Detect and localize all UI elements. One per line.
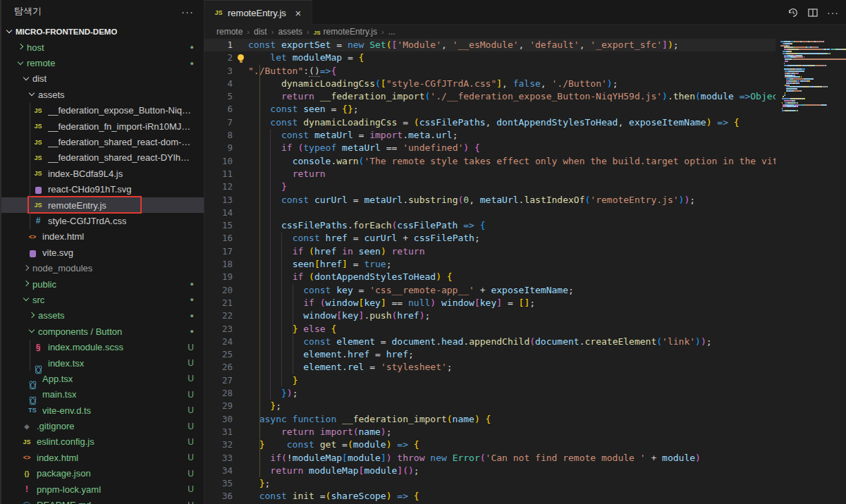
line-number: 7 [204, 116, 241, 129]
code-line-29[interactable]: }; [204, 400, 846, 412]
tree-item-dist[interactable]: dist [1, 71, 204, 87]
code-line-8[interactable]: const metaUrl = import.meta.url; [204, 129, 846, 142]
close-icon[interactable]: × [292, 7, 305, 19]
modified-dot-badge: ● [186, 328, 194, 335]
code-line-3[interactable]: "./Button":()=>{ [204, 65, 846, 78]
code-line-24[interactable]: const element = document.head.appendChil… [204, 336, 846, 348]
tree-item-remote[interactable]: remote● [1, 55, 204, 70]
code-line-23[interactable]: } else { [204, 323, 846, 336]
css-file-icon: # [32, 215, 44, 226]
tree-item-src[interactable]: src● [1, 292, 204, 307]
tab-remoteentry[interactable]: JS remoteEntry.js × [204, 0, 312, 25]
breadcrumb: remote›dist›assets›JSremoteEntry.js›... [204, 25, 846, 39]
code-line-9[interactable]: if (typeof metaUrl == 'undefined') { [204, 142, 846, 154]
code-line-19[interactable]: if (dontAppendStylesToHead) { [204, 271, 846, 283]
code-line-7[interactable]: const dynamicLoadingCss = (cssFilePaths,… [204, 116, 846, 129]
tree-item-index.tsx[interactable]: index.tsxU [1, 355, 204, 371]
breadcrumb-item-dist[interactable]: dist [254, 27, 267, 37]
tree-item-README.md[interactable]: ⓘREADME.mdU [1, 497, 204, 504]
line-number: 14 [204, 207, 241, 219]
code-line-26[interactable]: element.rel = 'stylesheet'; [204, 361, 846, 374]
svg-file-icon [27, 248, 38, 257]
tree-item-package.json[interactable]: {}package.jsonU [1, 466, 204, 481]
code-line-6[interactable]: const seen = {}; [204, 103, 846, 116]
code-line-27[interactable]: } [204, 374, 846, 387]
tree-item-__federation_fn_import-iRn10MJHvE.js[interactable]: JS__federation_fn_import-iRn10MJHvE.js [1, 118, 204, 134]
code-line-35[interactable]: }; [204, 477, 846, 490]
code-line-21[interactable]: if (window[key] == null) window[key] = [… [204, 297, 846, 309]
code-line-17[interactable]: if (href in seen) return [204, 245, 846, 258]
tree-item-index-BCdfa9L4.js[interactable]: JSindex-BCdfa9L4.js [1, 166, 204, 181]
tree-item-eslint.config.js[interactable]: JSeslint.config.jsU [1, 434, 204, 450]
tree-item-style-CGfJTrdA.css[interactable]: #style-CGfJTrdA.css [1, 213, 204, 228]
code-line-10[interactable]: console.warn('The remote style takes eff… [204, 155, 846, 168]
code-line-33[interactable]: if(!moduleMap[module]) throw new Error('… [204, 452, 846, 465]
tree-item-index.module.scss[interactable]: §index.module.scssU [1, 339, 204, 355]
modified-dot-badge: ● [186, 312, 194, 319]
code-line-32[interactable]: } const get =(module) => { [204, 438, 846, 451]
line-number: 20 [204, 284, 241, 297]
tree-item-index.html[interactable]: <>index.htmlU [1, 450, 204, 465]
tree-item-assets[interactable]: assets [1, 87, 204, 102]
tree-item-public[interactable]: public● [1, 276, 204, 292]
js-file-icon: JS [32, 105, 44, 116]
line-number: 19 [204, 271, 241, 283]
code-line-14[interactable] [204, 207, 846, 219]
explorer-more-icon[interactable]: ··· [181, 6, 194, 18]
breadcrumb-item-remoteEntry.js[interactable]: JSremoteEntry.js [314, 27, 377, 37]
code-line-11[interactable]: return [204, 168, 846, 180]
code-line-31[interactable]: return import(name); [204, 426, 846, 438]
git-untracked-badge: U [183, 390, 194, 400]
breadcrumb-item-assets[interactable]: assets [278, 27, 302, 37]
tree-item-label: dist [32, 73, 47, 84]
code-line-18[interactable]: seen[href] = true; [204, 258, 846, 271]
timeline-history-icon[interactable] [787, 7, 799, 18]
git-file-icon: ◆ [21, 421, 32, 432]
code-line-22[interactable]: window[key].push(href); [204, 309, 846, 322]
code-line-2[interactable]: let moduleMap = { [204, 51, 846, 64]
minimap[interactable] [776, 39, 846, 504]
code-line-20[interactable]: const key = 'css__remote-app__' + expose… [204, 284, 846, 297]
tree-item-.gitignore[interactable]: ◆.gitignoreU [1, 418, 204, 434]
line-number: 29 [204, 400, 241, 412]
tree-item-main.tsx[interactable]: main.tsxU [1, 387, 204, 402]
code-line-5[interactable]: return __federation_import('./__federati… [204, 90, 846, 103]
git-untracked-badge: U [183, 358, 194, 368]
code-editor[interactable]: 1234567891011121314151617181920212223242… [204, 39, 846, 504]
breadcrumb-item-remote[interactable]: remote [216, 27, 243, 37]
line-number: 10 [204, 155, 241, 168]
tree-item-node_modules[interactable]: node_modules [1, 260, 204, 276]
tree-item-remoteEntry.js[interactable]: JSremoteEntry.js [1, 197, 204, 213]
tree-item-pnpm-lock.yaml[interactable]: !pnpm-lock.yamlU [1, 481, 204, 497]
code-line-28[interactable]: }); [204, 387, 846, 400]
tree-item-__federation_shared_react-DYlhdWkM.js[interactable]: JS__federation_shared_react-DYlhdWkM.js [1, 150, 204, 166]
tree-item-components---Button[interactable]: components / Button● [1, 324, 204, 339]
code-line-13[interactable]: const curUrl = metaUrl.substring(0, meta… [204, 194, 846, 207]
code-line-25[interactable]: element.href = href; [204, 348, 846, 361]
code-line-36[interactable]: const init =(shareScope) => { [204, 490, 846, 503]
code-line-34[interactable]: return moduleMap[module](); [204, 465, 846, 477]
chevron-down-icon [21, 73, 32, 85]
tree-item-__federation_shared_react-dom-8bKf3qXk.js[interactable]: JS__federation_shared_react-dom-8bKf3qXk… [1, 134, 204, 149]
tree-item-host[interactable]: host● [1, 39, 204, 55]
breadcrumb-item-...[interactable]: ... [388, 27, 396, 37]
info-file-icon: ⓘ [21, 500, 32, 504]
tree-item-App.tsx[interactable]: App.tsxU [1, 371, 204, 386]
tree-item-vite.svg[interactable]: vite.svg [1, 245, 204, 260]
tree-root-folder[interactable]: MICRO-FRONTEND-DEMO [1, 24, 204, 39]
code-line-15[interactable]: cssFilePaths.forEach(cssFilePath => { [204, 219, 846, 232]
tree-item-vite-env.d.ts[interactable]: TSvite-env.d.tsU [1, 402, 204, 418]
code-line-1[interactable]: const exportSet = new Set(['Module', '__… [204, 39, 846, 51]
tree-item-assets[interactable]: assets● [1, 308, 204, 324]
tree-item-index.html[interactable]: <>index.html [1, 229, 204, 245]
code-line-12[interactable]: } [204, 180, 846, 193]
code-line-4[interactable]: dynamicLoadingCss(["style-CGfJTrdA.css"]… [204, 78, 846, 90]
tree-item-__federation_expose_Button-NiqYH59d.js[interactable]: JS__federation_expose_Button-NiqYH59d.js [1, 103, 204, 118]
more-actions-icon[interactable]: ··· [827, 7, 839, 18]
tree-item-react-CHdo91hT.svg[interactable]: react-CHdo91hT.svg [1, 182, 204, 197]
code-line-30[interactable]: async function __federation_import(name)… [204, 413, 846, 426]
html-file-icon: <> [21, 452, 32, 463]
split-editor-icon[interactable] [807, 7, 819, 18]
code-line-16[interactable]: const href = curUrl + cssFilePath; [204, 232, 846, 245]
root-folder-label: MICRO-FRONTEND-DEMO [16, 27, 117, 36]
